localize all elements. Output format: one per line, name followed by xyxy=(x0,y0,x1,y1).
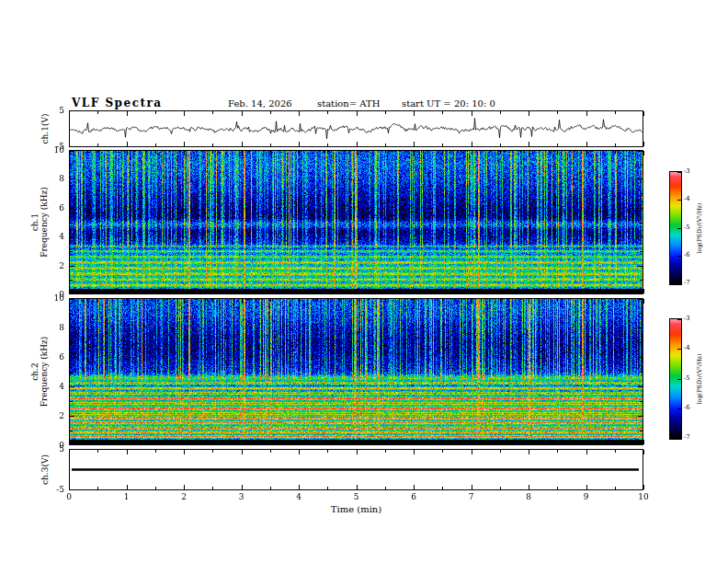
tick-mark xyxy=(586,440,587,444)
tick-mark xyxy=(472,289,472,293)
tick-mark xyxy=(640,431,643,431)
tick-label: 9 xyxy=(579,492,594,501)
tick-label: 4 xyxy=(291,492,306,501)
tick-mark xyxy=(242,151,243,155)
tick-mark xyxy=(385,111,386,114)
tick-mark xyxy=(155,151,156,154)
tick-mark xyxy=(327,291,328,293)
tick-mark xyxy=(640,313,643,314)
tick-mark xyxy=(70,193,73,194)
tick-mark xyxy=(242,289,243,293)
tick-mark xyxy=(442,299,443,302)
tick-mark xyxy=(357,299,358,304)
tick-mark xyxy=(70,165,73,166)
tick-mark xyxy=(327,299,328,302)
header-station: station= ATH xyxy=(317,98,380,109)
tick-mark xyxy=(155,442,156,444)
tick-mark xyxy=(638,293,643,293)
tick-mark xyxy=(640,165,643,166)
tick-mark xyxy=(184,485,185,489)
tick-mark xyxy=(97,450,98,453)
tick-label: 8 xyxy=(42,323,64,332)
tick-mark xyxy=(640,193,643,194)
tick-label: 10 xyxy=(636,492,651,501)
tick-mark xyxy=(70,386,74,387)
tick-mark xyxy=(357,485,358,489)
ch2-spectrogram-canvas xyxy=(70,299,643,444)
tick-mark xyxy=(677,228,681,229)
tick-mark xyxy=(242,440,243,444)
tick-mark xyxy=(557,111,558,114)
ch2-spec-ylabel: ch.2 Frequency (kHz) xyxy=(30,298,49,445)
tick-mark xyxy=(127,299,128,304)
tick-mark xyxy=(557,442,558,444)
tick-label: 10 xyxy=(42,293,64,303)
tick-mark xyxy=(414,299,415,304)
tick-label: -4 xyxy=(684,344,702,351)
tick-mark xyxy=(357,440,358,444)
tick-mark xyxy=(70,151,74,152)
tick-mark xyxy=(640,401,643,402)
tick-mark xyxy=(127,111,128,116)
tick-mark xyxy=(557,151,558,154)
tick-mark xyxy=(127,440,128,444)
tick-mark xyxy=(299,151,300,155)
tick-mark xyxy=(299,299,300,304)
tick-mark xyxy=(615,291,616,293)
tick-mark xyxy=(638,386,643,387)
tick-mark xyxy=(414,142,415,146)
tick-mark xyxy=(529,450,529,454)
tick-mark xyxy=(70,208,74,209)
tick-mark xyxy=(184,111,185,116)
tick-mark xyxy=(97,442,98,444)
tick-mark xyxy=(127,450,128,454)
tick-mark xyxy=(640,342,643,343)
tick-mark xyxy=(270,450,271,453)
tick-mark xyxy=(184,440,185,444)
tick-mark xyxy=(677,200,681,201)
tick-mark xyxy=(472,299,472,304)
tick-mark xyxy=(677,438,681,439)
tick-label: 2 xyxy=(42,261,64,270)
tick-mark xyxy=(127,485,128,489)
tick-mark xyxy=(127,142,128,146)
tick-mark xyxy=(586,111,587,116)
tick-mark xyxy=(500,151,501,154)
ch2-spec-ylabel-channel: ch.2 xyxy=(30,298,40,445)
tick-label: 8 xyxy=(42,174,64,183)
tick-label: -5 xyxy=(684,224,702,231)
tick-mark xyxy=(677,283,681,284)
tick-mark xyxy=(500,144,501,146)
tick-label: -6 xyxy=(684,251,702,259)
tick-mark xyxy=(586,289,587,293)
tick-mark xyxy=(643,111,644,116)
tick-mark xyxy=(270,442,271,444)
tick-mark xyxy=(212,299,213,302)
tick-mark xyxy=(414,289,415,293)
tick-mark xyxy=(472,142,472,146)
tick-mark xyxy=(70,313,73,314)
tick-mark xyxy=(643,485,644,489)
tick-mark xyxy=(212,487,213,489)
tick-mark xyxy=(677,319,681,320)
tick-mark xyxy=(385,151,386,154)
tick-label: -4 xyxy=(684,195,702,202)
tick-mark xyxy=(643,440,644,444)
tick-mark xyxy=(97,151,98,154)
figure-title: VLF Spectra xyxy=(72,97,163,109)
tick-mark xyxy=(385,450,386,453)
tick-mark xyxy=(615,442,616,444)
tick-mark xyxy=(442,442,443,444)
tick-label: 2 xyxy=(176,492,191,501)
tick-mark xyxy=(270,144,271,146)
tick-label: 2 xyxy=(42,411,64,420)
ch2-spectrogram-panel xyxy=(69,298,643,445)
tick-mark xyxy=(69,111,70,116)
tick-mark xyxy=(500,111,501,114)
tick-mark xyxy=(270,487,271,489)
tick-mark xyxy=(327,144,328,146)
tick-mark xyxy=(615,450,616,453)
tick-label: 4 xyxy=(42,382,64,391)
tick-mark xyxy=(442,144,443,146)
tick-mark xyxy=(677,379,681,380)
